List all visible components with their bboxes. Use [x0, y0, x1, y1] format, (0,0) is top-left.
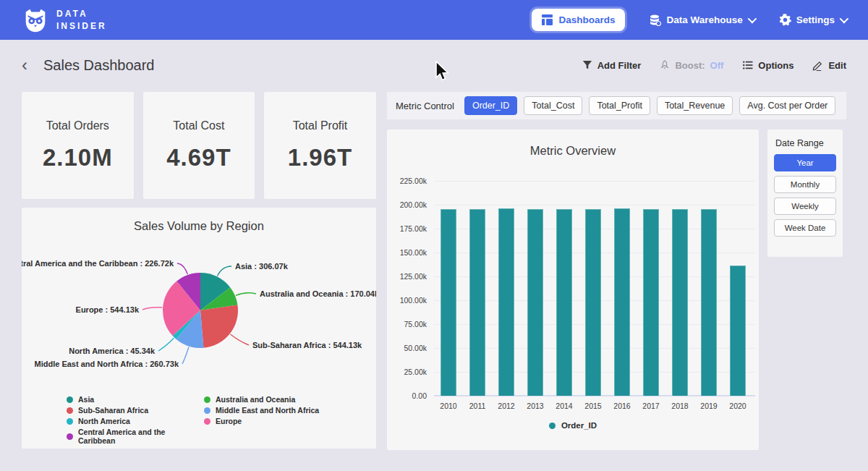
metric-option-avg-cost-per-order[interactable]: Avg. Cost per Order: [739, 96, 835, 115]
legend-label: North America: [78, 417, 130, 425]
list-icon: [742, 60, 753, 70]
bar-2011[interactable]: [469, 209, 485, 396]
pie-leader-line: [158, 338, 174, 351]
chevron-down-icon: [840, 14, 849, 24]
top-navbar: DATA INSIDER Dashboards Data Warehouse: [0, 0, 868, 40]
kpi-label: Total Cost: [173, 119, 224, 132]
legend-dot: [67, 418, 73, 425]
legend-item: Central America and the Caribbean: [67, 428, 204, 445]
database-icon: [650, 14, 661, 26]
date-range-label: Date Range: [775, 138, 836, 148]
pie-leader-line: [142, 307, 162, 310]
kpi-value: 1.96T: [288, 144, 352, 171]
legend-label: Central America and the Caribbean: [78, 428, 204, 445]
date-range-option-week-date[interactable]: Week Date: [774, 219, 836, 237]
pencil-icon: [812, 60, 823, 71]
rocket-icon: [660, 60, 670, 70]
y-axis-tick: 25.00k: [387, 368, 427, 376]
x-axis-tick: 2016: [608, 402, 637, 410]
bar-2018[interactable]: [672, 209, 688, 396]
legend-label: Sub-Saharan Africa: [78, 406, 148, 415]
pie-slice-label: Asia : 306.07k: [235, 262, 289, 271]
legend-item: Asia: [67, 395, 204, 404]
edit-button[interactable]: Edit: [812, 60, 846, 71]
x-axis-tick: 2017: [637, 402, 665, 410]
pie-slice-label: Sub-Saharan Africa : 544.13k: [252, 341, 362, 349]
metric-option-total-cost[interactable]: Total_Cost: [524, 96, 582, 115]
kpi-card-total-orders: Total Orders 2.10M: [22, 92, 134, 199]
legend-dot: [204, 396, 210, 403]
y-axis-tick: 50.00k: [387, 344, 427, 352]
kpi-value: 2.10M: [43, 144, 113, 171]
pie-legend: AsiaAustralia and OceaniaSub-Saharan Afr…: [67, 395, 376, 445]
date-range-option-year[interactable]: Year: [774, 154, 836, 171]
dashboards-button[interactable]: Dashboards: [532, 9, 625, 31]
boost-toggle[interactable]: Boost: Off: [660, 60, 723, 71]
bar-2012[interactable]: [498, 208, 514, 396]
filter-icon: [582, 60, 592, 70]
options-label: Options: [758, 60, 793, 71]
metric-option-order-id[interactable]: Order_ID: [464, 96, 517, 115]
pie-chart-card: Sales Volume by Region Asia : 306.07kAus…: [22, 208, 376, 449]
kpi-card-total-profit: Total Profit 1.96T: [264, 92, 376, 199]
y-axis-tick: 150.00k: [387, 248, 427, 257]
pie-chart: Asia : 306.07kAustralia and Oceania : 17…: [22, 233, 376, 391]
metric-option-total-profit[interactable]: Total_Profit: [589, 96, 650, 115]
pie-leader-line: [182, 347, 189, 364]
x-axis-tick: 2020: [723, 402, 752, 410]
chevron-down-icon: [747, 14, 757, 24]
date-range-option-weekly[interactable]: Weekly: [774, 198, 836, 215]
brand-line1: DATA: [56, 8, 107, 20]
legend-label: Asia: [78, 395, 94, 404]
kpi-row: Total Orders 2.10M Total Cost 4.69T Tota…: [22, 92, 376, 199]
x-axis-tick: 2018: [665, 402, 694, 410]
pie-slice-label: Europe : 544.13k: [76, 305, 140, 314]
boost-value: Off: [710, 60, 724, 71]
kpi-card-total-cost: Total Cost 4.69T: [143, 92, 255, 199]
legend-dot: [549, 423, 556, 429]
pie-slice-label: North America : 45.34k: [69, 347, 156, 355]
pie-leader-line: [177, 263, 187, 274]
bar-plot-area: [434, 181, 752, 396]
pie-leader-line: [231, 334, 249, 345]
gridline: [434, 205, 755, 205]
options-button[interactable]: Options: [742, 60, 793, 71]
gear-icon: [779, 14, 791, 26]
legend-dot: [67, 407, 73, 414]
legend-item: Middle East and North Africa: [204, 406, 376, 415]
kpi-value: 4.69T: [166, 144, 231, 171]
pie-slice-label: Central America and the Caribbean : 226.…: [22, 259, 174, 268]
date-range-option-monthly[interactable]: Monthly: [774, 176, 836, 193]
bar-2020[interactable]: [730, 266, 746, 396]
legend-label: Europe: [216, 417, 242, 425]
bar-2014[interactable]: [556, 209, 572, 396]
settings-label: Settings: [796, 14, 835, 25]
metric-option-total-revenue[interactable]: Total_Revenue: [657, 96, 733, 115]
legend-item: Europe: [204, 417, 376, 425]
data-warehouse-label: Data Warehouse: [666, 14, 742, 25]
y-axis-tick: 0.00: [387, 391, 427, 400]
add-filter-button[interactable]: Add Filter: [582, 60, 642, 71]
bar-2010[interactable]: [441, 209, 456, 396]
legend-dot: [204, 418, 210, 425]
bar-2019[interactable]: [701, 209, 717, 396]
bar-chart-card: Metric Overview Order_ID 225.00k200.00k1…: [387, 130, 759, 450]
pie-slice-sub-saharan-africa[interactable]: [200, 305, 238, 348]
bar-2013[interactable]: [527, 209, 543, 396]
x-axis-tick: 2015: [579, 402, 608, 410]
data-warehouse-menu[interactable]: Data Warehouse: [650, 14, 754, 26]
x-axis-tick: 2014: [550, 402, 579, 410]
bar-2015[interactable]: [585, 209, 601, 396]
bar-chart-legend: Order_ID: [387, 421, 759, 430]
pie-slice-label: Middle East and North Africa : 260.73k: [35, 360, 179, 368]
bar-2017[interactable]: [643, 209, 659, 396]
back-button[interactable]: ‹: [22, 56, 27, 74]
settings-menu[interactable]: Settings: [779, 14, 846, 26]
y-axis-tick: 75.00k: [387, 320, 427, 328]
bar-2016[interactable]: [614, 208, 630, 396]
y-axis-tick: 225.00k: [387, 177, 427, 185]
legend-label: Middle East and North Africa: [216, 406, 319, 415]
pie-leader-line: [217, 266, 231, 276]
add-filter-label: Add Filter: [597, 60, 642, 71]
y-axis-tick: 125.00k: [387, 272, 427, 281]
